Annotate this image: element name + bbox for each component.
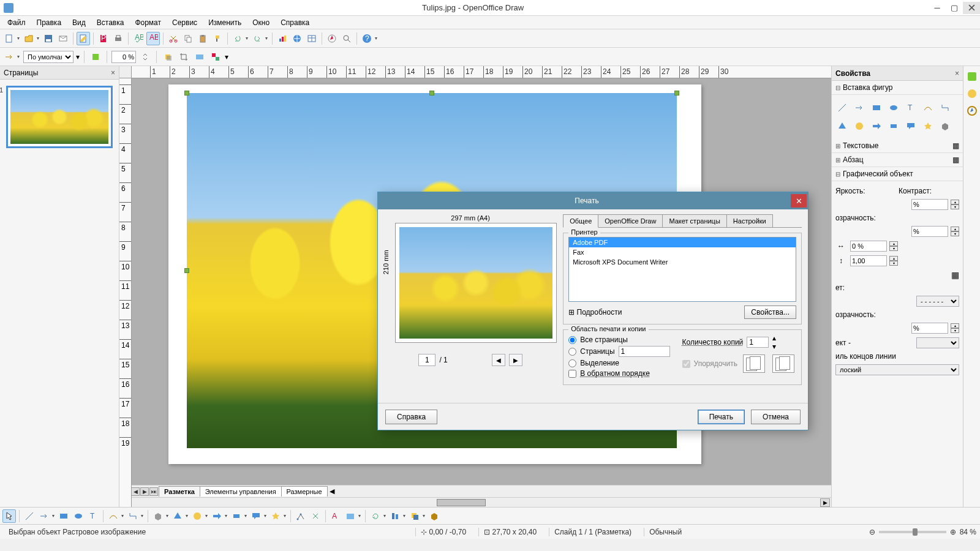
align-tool[interactable]: ▾ [388, 509, 407, 523]
crop-button[interactable] [177, 50, 190, 64]
redo-button[interactable]: ▾ [251, 32, 269, 45]
block-arrow-icon[interactable] [870, 119, 883, 133]
section-shapes[interactable]: Вставка фигур [832, 81, 963, 95]
tab-draw[interactable]: OpenOffice Draw [598, 214, 663, 227]
pdf-button[interactable]: PDF [97, 32, 110, 45]
basic-shapes-tool[interactable]: ▾ [171, 509, 189, 523]
format-paint-button[interactable] [211, 32, 224, 45]
gluepoint-tool[interactable] [309, 509, 322, 523]
width-input[interactable] [850, 241, 887, 252]
basic-shape-icon[interactable] [835, 119, 849, 133]
layer-tab[interactable]: Разметка [159, 486, 200, 497]
3d-tool[interactable]: ▾ [151, 509, 170, 523]
spin-buttons[interactable] [138, 50, 152, 64]
rotate-tool[interactable]: ▾ [369, 509, 387, 523]
callout-tool[interactable]: ▾ [249, 509, 268, 523]
connector-icon[interactable] [938, 101, 952, 114]
effect-select[interactable] [916, 337, 959, 348]
block-arrow-tool[interactable]: ▾ [210, 509, 228, 523]
preview-page-input[interactable] [418, 354, 435, 366]
fontwork-tool[interactable]: A [329, 509, 342, 523]
all-pages-radio[interactable] [568, 336, 576, 344]
arrow-tool[interactable]: ▾ [37, 509, 56, 523]
new-button[interactable]: ▾ [2, 32, 21, 45]
selection-radio[interactable] [568, 359, 576, 367]
line-tool[interactable] [23, 509, 36, 523]
spellcheck-button[interactable]: ABC [132, 32, 145, 45]
arrange-tool[interactable]: ▾ [408, 509, 426, 523]
ellipse-icon[interactable] [887, 101, 900, 114]
close-button[interactable] [963, 2, 980, 14]
extrusion-tool[interactable] [428, 509, 441, 523]
layer-tab[interactable]: Элементы управления [200, 486, 282, 497]
connector-tool[interactable]: ▾ [126, 509, 145, 523]
from-file-tool[interactable]: ▾ [344, 509, 362, 523]
menu-view[interactable]: Вид [67, 17, 91, 28]
edit-doc-button[interactable] [77, 32, 90, 45]
paste-button[interactable] [196, 32, 209, 45]
open-button[interactable]: ▾ [22, 32, 40, 45]
undo-button[interactable]: ▾ [231, 32, 249, 45]
pages-close-icon[interactable]: × [111, 69, 115, 77]
cancel-button[interactable]: Отмена [751, 410, 801, 424]
menu-window[interactable]: Окно [247, 17, 274, 28]
copy-button[interactable] [181, 32, 195, 45]
tab-general[interactable]: Общее [563, 214, 598, 228]
style-select[interactable]: По умолчанию [23, 51, 74, 63]
printer-properties-button[interactable]: Свойства... [744, 305, 796, 319]
text-tool[interactable]: T [86, 509, 100, 523]
callout-icon[interactable] [904, 119, 918, 133]
pages-radio[interactable] [568, 348, 576, 356]
select-tool[interactable] [2, 509, 16, 523]
resize-handle[interactable] [184, 268, 189, 273]
page-thumbnail[interactable]: 1 [6, 86, 113, 148]
preview-prev-button[interactable]: ◀ [492, 354, 505, 366]
menu-modify[interactable]: Изменить [203, 17, 246, 28]
menu-tools[interactable]: Сервис [167, 17, 202, 28]
ellipse-tool[interactable] [72, 509, 85, 523]
save-button[interactable] [42, 32, 55, 45]
printer-list[interactable]: Adobe PDF Fax Microsoft XPS Document Wri… [568, 237, 796, 302]
curve-tool[interactable]: ▾ [107, 509, 125, 523]
reverse-checkbox[interactable] [568, 370, 576, 378]
symbol-tool[interactable]: ▾ [190, 509, 209, 523]
3d-icon[interactable] [938, 119, 952, 133]
scrollbar-thumb[interactable] [437, 499, 486, 506]
zoom-in-icon[interactable]: ⊕ [950, 528, 956, 536]
autospell-button[interactable]: ABC [146, 32, 160, 45]
props-gadget-icon[interactable] [965, 70, 979, 83]
email-button[interactable] [56, 32, 70, 45]
menu-help[interactable]: Справка [276, 17, 314, 28]
help-button[interactable]: Справка [385, 410, 437, 424]
printer-item[interactable]: Microsoft XPS Document Writer [569, 257, 796, 267]
more-icon[interactable]: ▦ [951, 270, 959, 280]
copies-input[interactable] [747, 337, 769, 348]
print-button[interactable]: Печать [698, 410, 745, 424]
section-graphic[interactable]: Графический объект [832, 167, 963, 181]
shadow-button[interactable] [161, 50, 175, 64]
section-para[interactable]: Абзац▦ [832, 153, 963, 167]
resize-handle[interactable] [429, 91, 434, 96]
chart-button[interactable] [276, 32, 289, 45]
table-button[interactable] [305, 32, 318, 45]
help-button[interactable]: ?▾ [360, 32, 379, 45]
transparency-input[interactable] [911, 226, 948, 237]
tab-next-button[interactable]: ▶ [140, 487, 149, 496]
text-icon[interactable]: T [904, 101, 918, 114]
tab-layout[interactable]: Макет страницы [662, 214, 726, 227]
printer-item[interactable]: Fax [569, 247, 796, 257]
menu-edit[interactable]: Правка [32, 17, 67, 28]
cap-select[interactable]: лоский [835, 364, 959, 375]
cut-button[interactable] [167, 32, 180, 45]
menu-insert[interactable]: Вставка [92, 17, 129, 28]
zoom-out-icon[interactable]: ⊖ [869, 528, 875, 536]
nav-gadget-icon[interactable] [965, 104, 979, 118]
flowchart-icon[interactable] [887, 119, 900, 133]
section-text[interactable]: Текстовые▦ [832, 139, 963, 153]
rect-tool[interactable] [57, 509, 70, 523]
arrow-icon[interactable] [853, 101, 866, 114]
rect-icon[interactable] [870, 101, 883, 114]
horizontal-scrollbar[interactable]: ◀ ▶ [119, 497, 831, 507]
resize-handle[interactable] [674, 91, 679, 96]
details-toggle[interactable]: ⊞ Подробности [568, 308, 622, 317]
